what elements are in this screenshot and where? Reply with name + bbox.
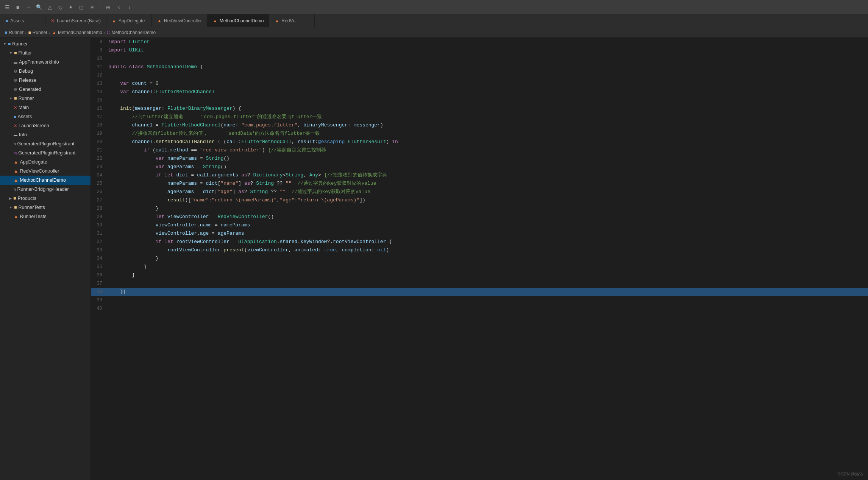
environment-icon[interactable]: ◻ xyxy=(77,3,86,11)
sidebar-item-release[interactable]: ⚙ Release xyxy=(0,76,91,85)
sidebar-flutter-label: Flutter xyxy=(18,50,31,56)
runnertests-chevron-down-icon: ▼ xyxy=(9,206,12,209)
warning-icon[interactable]: △ xyxy=(45,3,54,11)
main-xmark-icon: ✕ xyxy=(14,105,17,110)
breadcrumb-class-label: MethodChannelDemo xyxy=(112,30,156,35)
sidebar-item-redviewcontroller[interactable]: ▲ RedViewController xyxy=(0,167,91,176)
bridging-header-icon: h xyxy=(14,187,16,192)
sidebar-item-appframeworkinfo[interactable]: ▬ AppFrameworkInfo xyxy=(0,58,91,67)
sidebar-item-runner-root[interactable]: ▼ ■ Runner xyxy=(0,39,91,48)
code-line-12: 12 xyxy=(91,71,868,79)
code-line-17: 17 //与flutter建立通道 "com.pages.flutter"的通道… xyxy=(91,113,868,121)
tab-launchscreen[interactable]: ✕ LaunchScreen (Base) xyxy=(45,14,106,27)
sidebar-main-label: Main xyxy=(19,105,29,110)
code-line-36: 36 } xyxy=(91,271,868,279)
code-line-10: 10 xyxy=(91,55,868,63)
toolbar: ☰ ■ ⎓ 🔍 △ ◇ ✦ ◻ ≡ ⊞ ‹ › xyxy=(0,0,868,14)
menu-icon[interactable]: ≡ xyxy=(88,3,96,11)
code-line-35: 35 } xyxy=(91,263,868,271)
grid-icon[interactable]: ⊞ xyxy=(104,3,112,11)
breadcrumb-runner-folder[interactable]: ■ Runner xyxy=(28,30,48,35)
gear-generated-icon: ⚙ xyxy=(14,87,17,92)
tab-redvi2[interactable]: ▲ RedVi... xyxy=(269,14,315,27)
products-folder-icon: ■ xyxy=(13,196,16,201)
plist-icon: ▬ xyxy=(14,60,17,64)
sidebar-item-products[interactable]: ▶ ■ Products xyxy=(0,194,91,203)
code-line-23: 23 var ageParams = String() xyxy=(91,163,868,171)
sidebar-item-bridging-header[interactable]: h Runner-Bridging-Header xyxy=(0,185,91,194)
sidebar-red-label: RedViewController xyxy=(20,168,59,174)
code-line-15: 15 xyxy=(91,96,868,104)
tab-methodchannel[interactable]: ▲ MethodChannelDemo xyxy=(208,14,270,27)
launch-tab-icon: ✕ xyxy=(51,18,55,23)
sidebar-item-flutter-group[interactable]: ▼ ■ Flutter xyxy=(0,48,91,58)
breadcrumb-runner-root[interactable]: ■ Runner xyxy=(5,30,24,35)
assets-tab-icon: ■ xyxy=(5,18,8,23)
stop-icon[interactable]: ■ xyxy=(14,3,22,11)
code-editor[interactable]: 8 import Flutter 9 import UIKit 10 11 pu… xyxy=(91,38,868,480)
search-icon[interactable]: 🔍 xyxy=(35,3,43,11)
breakpoint-icon[interactable]: ✦ xyxy=(67,3,75,11)
sidebar-item-info[interactable]: ▬ Info xyxy=(0,130,91,139)
code-line-21: 21 if (call.method == "red_view_controll… xyxy=(91,146,868,154)
sidebar-info-label: Info xyxy=(19,132,27,137)
products-chevron-right-icon: ▶ xyxy=(9,196,12,200)
forward-icon[interactable]: › xyxy=(125,3,134,11)
runner-chevron-down-icon: ▼ xyxy=(9,97,12,100)
tab-launch-label: LaunchScreen (Base) xyxy=(57,18,101,23)
method-tab-icon: ▲ xyxy=(213,18,217,23)
sidebar-item-runner-group[interactable]: ▼ ■ Runner xyxy=(0,94,91,103)
sidebar-item-main[interactable]: ✕ Main xyxy=(0,103,91,112)
code-line-37: 37 xyxy=(91,279,868,288)
diamond-icon[interactable]: ◇ xyxy=(56,3,64,11)
sidebar-toggle-icon[interactable]: ☰ xyxy=(3,3,11,11)
code-line-16: 16 init(messenger: FlutterBinaryMessenge… xyxy=(91,104,868,113)
sidebar-item-gen-plugin-h[interactable]: h GeneratedPluginRegistrant xyxy=(0,139,91,148)
code-line-24: 24 if let dict = call.arguments as? Dict… xyxy=(91,171,868,179)
tab-redviewcontroller[interactable]: ▲ RedViewController xyxy=(152,14,208,27)
code-line-26: 26 ageParams = dict["age"] as? String ??… xyxy=(91,188,868,196)
code-line-29: 29 let viewController = RedViewControlle… xyxy=(91,213,868,221)
breadcrumb-class[interactable]: C MethodChannelDemo xyxy=(107,30,156,35)
sidebar-item-assets[interactable]: ■ Assets xyxy=(0,112,91,121)
sidebar-bridging-label: Runner-Bridging-Header xyxy=(17,187,69,192)
runner-folder-icon: ■ xyxy=(14,96,17,101)
breadcrumb-method-label: MethodChannelDemo xyxy=(58,30,102,35)
sidebar-runner-group-label: Runner xyxy=(18,96,34,101)
back-icon[interactable]: ‹ xyxy=(115,3,123,11)
main-area: ▼ ■ Runner ▼ ■ Flutter ▬ AppFrameworkInf… xyxy=(0,38,868,480)
sidebar-item-generated[interactable]: ⚙ Generated xyxy=(0,85,91,94)
code-line-31: 31 viewController.age = ageParams xyxy=(91,229,868,238)
code-line-33: 33 rootViewController.present(viewContro… xyxy=(91,246,868,254)
sidebar-appframeworkinfo-label: AppFrameworkInfo xyxy=(19,59,59,65)
sidebar-item-gen-plugin-m[interactable]: m GeneratedPluginRegistrant xyxy=(0,148,91,157)
assets-sidebar-icon: ■ xyxy=(14,114,16,119)
gear-release-icon: ⚙ xyxy=(14,78,17,83)
breadcrumb-methodchannel-file[interactable]: ▲ MethodChannelDemo xyxy=(52,30,102,35)
code-line-13: 13 var count = 0 xyxy=(91,79,868,88)
scheme-icon[interactable]: ⎓ xyxy=(24,3,33,11)
tab-app-label: AppDelegate xyxy=(119,18,145,23)
code-line-38: 38 }| xyxy=(91,288,868,296)
code-line-32: 32 if let rootViewController = UIApplica… xyxy=(91,238,868,246)
code-line-39: 39 xyxy=(91,296,868,304)
tab-appdelegate[interactable]: ▲ AppDelegate xyxy=(106,14,152,27)
code-line-18: 18 channel = FlutterMethodChannel(name: … xyxy=(91,121,868,129)
tab-assets[interactable]: ■ Assets xyxy=(0,14,45,27)
sidebar-item-debug[interactable]: ⚙ Debug xyxy=(0,67,91,76)
sidebar-item-methodchannel[interactable]: ▲ MethodChannelDemo xyxy=(0,176,91,185)
redvi2-tab-icon: ▲ xyxy=(275,18,279,23)
toolbar-separator xyxy=(100,3,100,11)
gear-debug-icon: ⚙ xyxy=(14,69,17,74)
code-line-8: 8 import Flutter xyxy=(91,38,868,46)
sidebar-gen-plugin-m-label: GeneratedPluginRegistrant xyxy=(18,150,75,156)
tab-redvi2-label: RedVi... xyxy=(281,18,297,23)
sidebar-launchscreen-label: LaunchScreen xyxy=(19,123,49,128)
code-line-27: 27 result(["name":"return \(nameParams)"… xyxy=(91,196,868,204)
launch-xmark-icon: ✕ xyxy=(14,123,17,128)
sidebar-item-runnertests-group[interactable]: ▼ ■ RunnerTests xyxy=(0,203,91,212)
code-line-19: 19 //接收来自flutter传过来的值， 'sendData'的方法命名与f… xyxy=(91,129,868,138)
sidebar-item-appdelegate[interactable]: ▲ AppDelegate xyxy=(0,157,91,167)
sidebar-item-launchscreen[interactable]: ✕ LaunchScreen xyxy=(0,121,91,130)
sidebar-item-runnertests-file[interactable]: ▲ RunnerTests xyxy=(0,212,91,221)
